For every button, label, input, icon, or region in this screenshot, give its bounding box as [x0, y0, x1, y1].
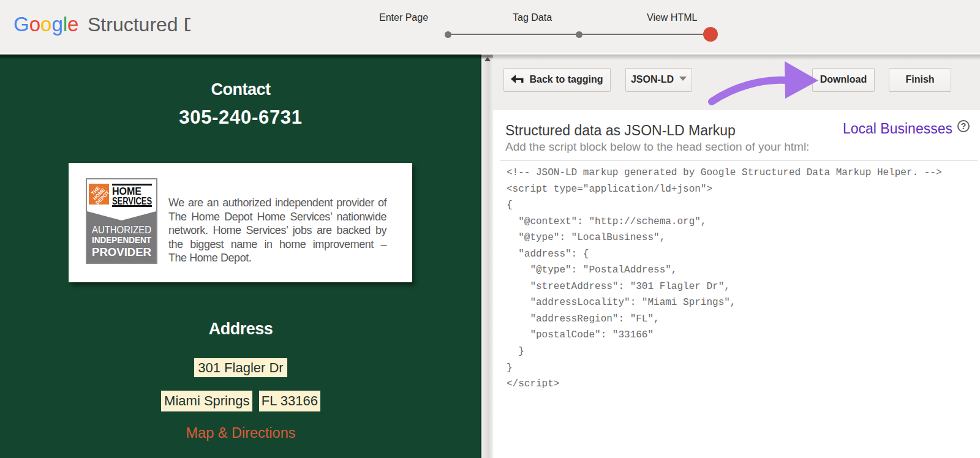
svg-text:AUTHORIZED: AUTHORIZED: [92, 224, 151, 235]
svg-text:SERVICES: SERVICES: [112, 196, 152, 206]
svg-text:INDEPENDENT: INDEPENDENT: [92, 235, 151, 245]
svg-text:HOME: HOME: [112, 186, 141, 197]
svg-text:PROVIDER: PROVIDER: [92, 246, 151, 258]
